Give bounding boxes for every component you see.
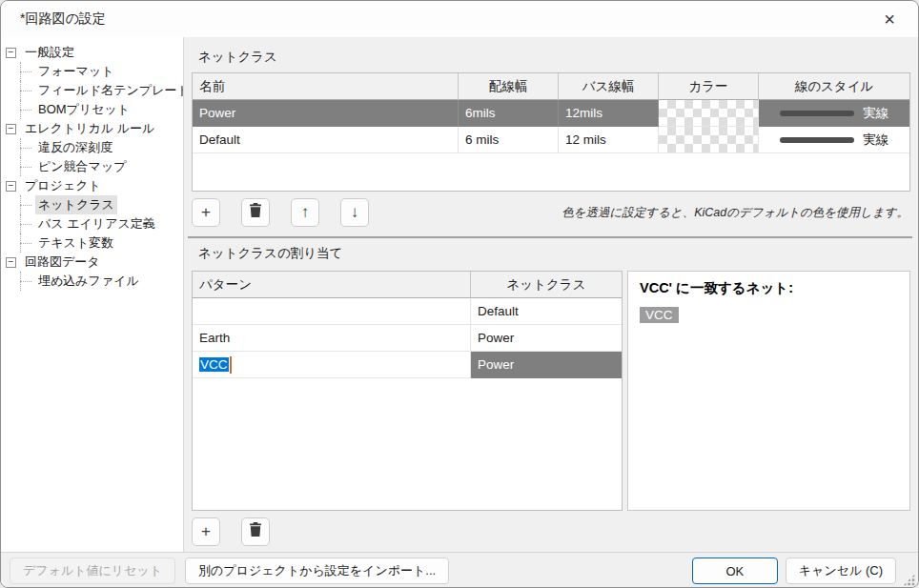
matching-nets-title: VCC' に一致するネット: [640,279,898,297]
collapse-icon[interactable]: − [6,257,16,268]
plus-icon: + [201,522,211,541]
sidebar-item-label: 一般設定 [22,43,77,62]
sidebar-item-label: プロジェクト [22,176,104,195]
pattern-edit-selection: VCC [199,357,229,372]
sidebar-item[interactable]: ネットクラス [1,195,183,214]
column-header: 名前 [193,73,459,100]
settings-tree: −一般設定フォーマットフィールド名テンプレートBOMプリセット−エレクトリカル … [1,37,184,552]
trash-icon [249,203,262,222]
column-header: 配線幅 [459,73,559,100]
close-button[interactable]: × [876,8,903,30]
sidebar-item[interactable]: BOMプリセット [1,100,183,119]
pattern-cell[interactable]: Earth [193,325,471,352]
move-down-button[interactable]: ↓ [340,198,369,227]
assignment-section-title: ネットクラスの割り当て [198,245,918,262]
trash-icon [249,522,262,541]
sidebar-item-label: バス エイリアス定義 [35,214,158,233]
collapse-icon[interactable]: − [6,48,16,58]
column-header: カラー [659,73,759,100]
assignment-toolbar: + [192,517,909,546]
color-swatch-cell[interactable] [659,127,759,153]
netclass-name-cell[interactable]: Default [193,127,459,153]
line-style-swatch [780,111,854,116]
netclass-table[interactable]: 名前配線幅バス線幅カラー線のスタイルPower6mils12mils実線Defa… [192,72,910,192]
netclass-cell[interactable]: Default [471,298,622,325]
sidebar-item-label: テキスト変数 [35,233,116,253]
matching-net-item[interactable]: VCC [640,307,679,323]
line-style-cell[interactable]: 実線 [759,127,909,153]
pattern-cell[interactable] [193,298,471,325]
collapse-icon[interactable]: − [6,181,16,192]
arrow-up-icon: ↑ [301,203,310,222]
sidebar-item[interactable]: フィールド名テンプレート [1,81,183,100]
assignment-area: パターンネットクラスDefaultEarthPowerVCCPower VCC'… [192,271,918,511]
line-style-label: 実線 [863,132,888,149]
bus-width-cell[interactable]: 12 mils [559,127,659,153]
pattern-cell[interactable]: VCC [193,352,471,378]
schematic-setup-dialog: *回路図の設定 × −一般設定フォーマットフィールド名テンプレートBOMプリセッ… [0,0,919,588]
wire-width-cell[interactable]: 6 mils [459,127,559,153]
sidebar-item-label: フィールド名テンプレート [35,81,184,100]
add-netclass-button[interactable]: + [192,198,220,227]
sidebar-item[interactable]: −回路図データ [1,253,183,272]
move-up-button[interactable]: ↑ [291,198,319,227]
sidebar-item-label: ネットクラス [35,195,117,214]
matching-nets-panel: VCC' に一致するネット: VCC [627,271,910,511]
dialog-body: −一般設定フォーマットフィールド名テンプレートBOMプリセット−エレクトリカル … [1,37,918,552]
plus-icon: + [201,203,211,222]
netclass-name-cell[interactable]: Power [193,100,459,127]
delete-assignment-button[interactable] [241,517,270,546]
ok-button[interactable]: OK [692,558,778,584]
text-caret [230,356,232,374]
assignment-table[interactable]: パターンネットクラスDefaultEarthPowerVCCPower [192,271,623,511]
sidebar-item[interactable]: 埋め込みファイル [1,272,183,291]
sidebar-item[interactable]: −プロジェクト [1,176,183,195]
sidebar-item-label: ピン競合マップ [35,157,130,176]
sidebar-item[interactable]: バス エイリアス定義 [1,214,183,233]
transparent-color-hint: 色を透過に設定すると、KiCadのデフォルトの色を使用します。 [562,205,909,221]
sidebar-item[interactable]: 違反の深刻度 [1,138,183,157]
matching-nets-list: VCC [640,306,898,323]
netclass-cell[interactable]: Power [471,352,622,378]
arrow-down-icon: ↓ [351,203,359,222]
delete-netclass-button[interactable] [241,198,270,227]
reset-defaults-button[interactable]: デフォルト値にリセット [10,558,175,584]
sidebar-item[interactable]: −エレクトリカル ルール [1,119,183,138]
resize-grip-icon[interactable] [903,574,915,586]
dialog-footer: デフォルト値にリセット 別のプロジェクトから設定をインポート... OK キャン… [1,552,918,588]
bus-width-cell[interactable]: 12mils [559,100,659,127]
window-title: *回路図の設定 [1,10,106,28]
sidebar-item-label: エレクトリカル ルール [22,119,157,138]
column-header: バス線幅 [559,73,659,100]
line-style-cell[interactable]: 実線 [759,100,909,127]
sidebar-item[interactable]: フォーマット [1,62,183,81]
netclass-section-title: ネットクラス [198,49,918,66]
sidebar-item-label: 違反の深刻度 [35,138,115,157]
sidebar-item[interactable]: −一般設定 [1,43,183,62]
sidebar-item-label: 埋め込みファイル [35,272,142,291]
sidebar-item-label: 回路図データ [22,253,103,272]
color-swatch-cell[interactable] [659,100,759,127]
sidebar-item[interactable]: ピン競合マップ [1,157,183,176]
import-settings-button[interactable]: 別のプロジェクトから設定をインポート... [185,558,449,584]
table-empty-area [193,378,622,405]
line-style-swatch [780,137,854,143]
sidebar-item-label: フォーマット [35,62,117,81]
cancel-button[interactable]: キャンセル (C) [786,558,896,584]
sidebar-item-label: BOMプリセット [35,100,133,119]
column-header: ネットクラス [471,272,622,298]
netclass-page: ネットクラス 名前配線幅バス線幅カラー線のスタイルPower6mils12mil… [184,37,918,552]
collapse-icon[interactable]: − [6,124,16,134]
wire-width-cell[interactable]: 6mils [459,100,559,127]
sidebar-item[interactable]: テキスト変数 [1,233,183,253]
line-style-label: 実線 [863,105,888,122]
netclass-cell[interactable]: Power [471,325,622,352]
netclass-toolbar: + ↑ ↓ 色を透過に設定すると、KiCadのデフォルトの色を使用します。 [192,198,909,227]
close-icon: × [884,10,895,29]
column-header: パターン [193,272,471,298]
add-assignment-button[interactable]: + [192,517,220,546]
column-header: 線のスタイル [759,73,909,100]
title-bar[interactable]: *回路図の設定 × [1,1,918,37]
table-empty-area [193,153,909,180]
section-divider [188,236,912,238]
